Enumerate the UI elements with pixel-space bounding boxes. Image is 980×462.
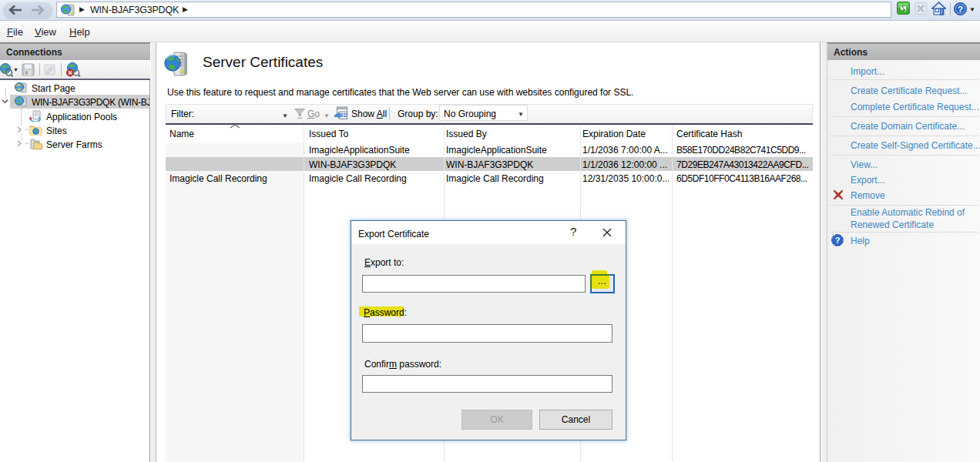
svg-text:?: ? bbox=[958, 5, 963, 14]
svg-text:?: ? bbox=[835, 236, 841, 245]
